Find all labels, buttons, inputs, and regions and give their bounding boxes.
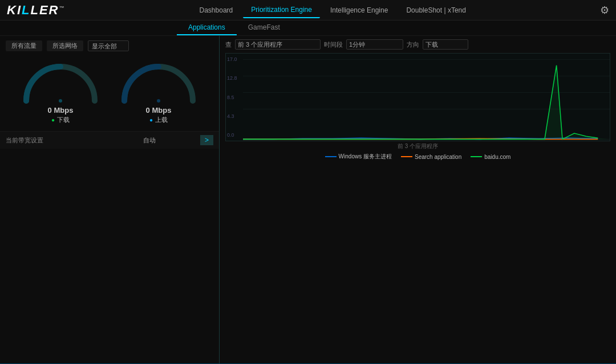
chart-title: 前 3 个应用程序 <box>225 142 610 150</box>
svg-marker-7 <box>243 66 610 140</box>
upload-direction: ● 上载 <box>146 116 172 124</box>
network-dropdown[interactable]: 显示全部 <box>88 40 129 51</box>
download-direction: ● 下载 <box>48 116 74 124</box>
main-nav: Dashboard Prioritization Engine Intellig… <box>192 2 474 18</box>
bandwidth-label: 当前带宽设置 <box>6 136 99 145</box>
subtabs-bar: Applications GameFast <box>0 21 616 36</box>
query-label: 查 <box>225 40 232 49</box>
gauges-header: 所有流量 所选网络 显示全部 <box>6 40 213 51</box>
titlebar: KiLLER™ Dashboard Prioritization Engine … <box>0 0 616 21</box>
chart-area: 17.0 12.8 8.5 4.3 0.0 <box>225 53 610 141</box>
svg-point-1 <box>157 99 160 103</box>
legend-baidu: baidu.com <box>471 153 510 161</box>
chart-y-labels: 17.0 12.8 8.5 4.3 0.0 <box>227 56 237 138</box>
nav-dashboard[interactable]: Dashboard <box>192 3 241 18</box>
left-panel: 所有流量 所选网络 显示全部 <box>0 36 220 363</box>
chart-legend: Windows 服务主进程 Search application baidu.c… <box>225 153 610 161</box>
chart-controls: 查 前 3 个应用程序 时间段 1分钟 方向 下载 <box>225 39 610 50</box>
upload-dot: ● <box>149 117 153 123</box>
legend-blue-line <box>325 156 337 157</box>
selected-network-label: 所选网络 <box>47 40 83 51</box>
legend-windows: Windows 服务主进程 <box>325 153 392 161</box>
bandwidth-value: 自动 <box>103 136 196 145</box>
upload-gauge: 0 Mbps ● 上载 <box>113 58 204 124</box>
all-traffic-label: 所有流量 <box>6 40 42 51</box>
chart-panel: 查 前 3 个应用程序 时间段 1分钟 方向 下载 17.0 12.8 8.5 … <box>220 36 616 363</box>
legend-search: Search application <box>401 153 461 161</box>
top-apps-select[interactable]: 前 3 个应用程序 <box>235 39 321 50</box>
bandwidth-bar: 当前带宽设置 自动 > <box>0 131 219 149</box>
nav-prioritization[interactable]: Prioritization Engine <box>243 2 320 18</box>
time-select[interactable]: 1分钟 <box>346 39 403 50</box>
legend-green-line <box>471 156 482 157</box>
download-gauge-info: 0 Mbps ● 下载 <box>48 106 74 124</box>
nav-doubleshot[interactable]: DoubleShot | xTend <box>398 3 474 18</box>
subtab-applications[interactable]: Applications <box>177 21 237 35</box>
legend-orange-line <box>401 156 412 157</box>
direction-label: 方向 <box>407 40 419 49</box>
bandwidth-arrow-button[interactable]: > <box>200 135 213 145</box>
download-speed: 0 Mbps <box>48 106 74 114</box>
subtab-gamefast[interactable]: GameFast <box>237 21 291 35</box>
app-logo: KiLLER™ <box>7 3 65 18</box>
time-label: 时间段 <box>324 40 343 49</box>
upload-gauge-info: 0 Mbps ● 上载 <box>146 106 172 124</box>
nav-intelligence[interactable]: Intelligence Engine <box>322 3 396 18</box>
svg-point-0 <box>59 99 62 103</box>
gauges-area: 所有流量 所选网络 显示全部 <box>0 36 219 131</box>
download-dot: ● <box>51 117 55 123</box>
upload-speed: 0 Mbps <box>146 106 172 114</box>
settings-icon[interactable]: ⚙ <box>600 4 609 17</box>
gauges-row: 0 Mbps ● 下载 0 Mbps <box>6 54 213 129</box>
direction-select[interactable]: 下载 <box>423 39 468 50</box>
download-gauge: 0 Mbps ● 下载 <box>15 58 106 124</box>
